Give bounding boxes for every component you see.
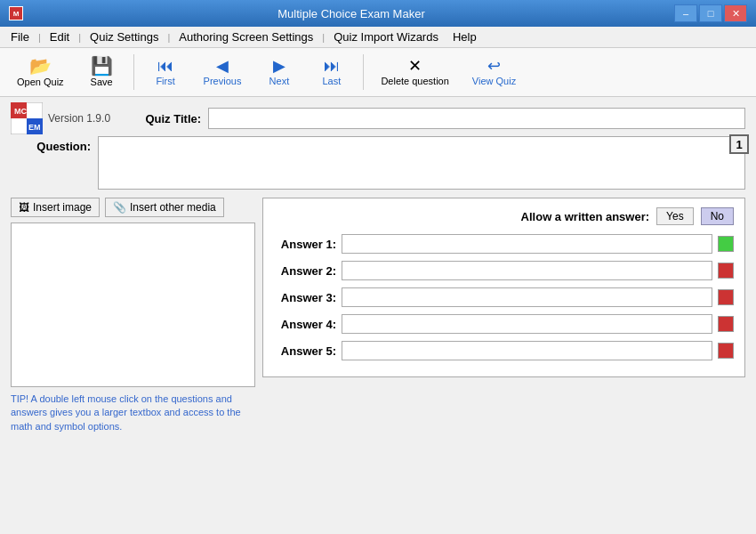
tip-text: TIP! A double left mouse click on the qu…	[11, 392, 255, 433]
menu-sep-2: |	[76, 32, 83, 43]
question-area: 1	[98, 136, 745, 192]
insert-image-label: Insert image	[33, 201, 92, 214]
left-panel: 🖼 Insert image 📎 Insert other media TIP!…	[11, 198, 255, 433]
answer-label-2: Answer 2:	[274, 264, 336, 278]
question-row: Question: 1	[11, 136, 745, 192]
previous-button[interactable]: ◀ Previous	[194, 52, 252, 93]
answer-label-1: Answer 1:	[274, 238, 336, 251]
menu-help[interactable]: Help	[446, 28, 484, 45]
no-button[interactable]: No	[701, 207, 734, 225]
answer-input-1[interactable]	[342, 234, 712, 254]
insert-other-media-icon: 📎	[113, 201, 126, 214]
menu-authoring[interactable]: Authoring Screen Settings	[172, 28, 320, 45]
toolbar: 📂 Open Quiz 💾 Save ⏮ First ◀ Previous ▶ …	[0, 48, 756, 97]
answer-color-1[interactable]	[718, 236, 734, 252]
yes-button[interactable]: Yes	[656, 207, 694, 225]
next-button[interactable]: ▶ Next	[254, 52, 303, 93]
allow-written-row: Allow a written answer: Yes No	[274, 207, 734, 225]
answer-input-5[interactable]	[342, 341, 712, 360]
answer-label-3: Answer 3:	[274, 291, 336, 304]
answer-color-3[interactable]	[718, 289, 734, 305]
first-label: First	[156, 76, 174, 86]
quiz-title-label: Quiz Title:	[121, 112, 201, 125]
answer-row-4: Answer 4:	[274, 314, 734, 334]
save-icon: 💾	[91, 57, 113, 75]
insert-image-icon: 🖼	[19, 201, 29, 214]
answer-row-2: Answer 2:	[274, 261, 734, 280]
close-button[interactable]: ✕	[724, 4, 747, 22]
answer-color-2[interactable]	[718, 263, 734, 279]
answers-container: Answer 1:Answer 2:Answer 3:Answer 4:Answ…	[274, 234, 734, 360]
previous-icon: ◀	[216, 58, 229, 74]
window-controls: – □ ✕	[674, 4, 747, 22]
last-icon: ⏭	[324, 58, 340, 74]
next-label: Next	[269, 76, 290, 86]
view-quiz-icon: ↩	[487, 58, 501, 74]
open-quiz-label: Open Quiz	[17, 77, 64, 87]
open-quiz-button[interactable]: 📂 Open Quiz	[7, 52, 74, 93]
answer-input-2[interactable]	[342, 261, 712, 280]
svg-text:EM: EM	[28, 123, 41, 132]
toolbar-separator-2	[363, 54, 364, 90]
question-section: Question: 1	[0, 136, 756, 198]
minimize-button[interactable]: –	[674, 4, 697, 22]
answers-panel: Allow a written answer: Yes No Answer 1:…	[262, 198, 745, 377]
header-row: MC EM Version 1.9.0 Quiz Title:	[0, 97, 756, 136]
next-icon: ▶	[273, 58, 286, 74]
save-button[interactable]: 💾 Save	[77, 52, 126, 93]
answer-label-5: Answer 5:	[274, 344, 336, 358]
answer-row-3: Answer 3:	[274, 287, 734, 307]
allow-written-label: Allow a written answer:	[521, 210, 649, 223]
question-number: 1	[729, 134, 749, 154]
menu-bar: File | Edit | Quiz Settings | Authoring …	[0, 27, 756, 48]
last-label: Last	[322, 76, 341, 86]
menu-sep-4: |	[320, 32, 326, 43]
answer-input-3[interactable]	[342, 287, 712, 307]
toolbar-separator-1	[133, 54, 134, 90]
answer-row-5: Answer 5:	[274, 341, 734, 360]
menu-edit[interactable]: Edit	[43, 28, 76, 45]
view-quiz-button[interactable]: ↩ View Quiz	[462, 52, 526, 93]
answer-color-5[interactable]	[718, 343, 734, 359]
save-label: Save	[91, 77, 113, 87]
view-quiz-label: View Quiz	[472, 76, 516, 86]
menu-sep-1: |	[36, 32, 43, 43]
answer-color-4[interactable]	[718, 316, 734, 332]
insert-other-media-label: Insert other media	[130, 201, 216, 214]
main-panel: 🖼 Insert image 📎 Insert other media TIP!…	[0, 198, 756, 433]
menu-quiz-settings[interactable]: Quiz Settings	[83, 28, 165, 45]
answer-label-4: Answer 4:	[274, 318, 336, 331]
media-buttons: 🖼 Insert image 📎 Insert other media	[11, 198, 255, 217]
answer-input-4[interactable]	[342, 314, 712, 334]
menu-file[interactable]: File	[4, 28, 36, 45]
question-input[interactable]	[98, 136, 745, 190]
insert-other-media-button[interactable]: 📎 Insert other media	[105, 198, 224, 217]
menu-sep-3: |	[165, 32, 172, 43]
delete-label: Delete question	[381, 76, 448, 86]
svg-text:MC: MC	[14, 107, 27, 116]
question-label: Question:	[11, 136, 91, 153]
version-text: Version 1.9.0	[48, 112, 110, 125]
right-panel: Allow a written answer: Yes No Answer 1:…	[262, 198, 745, 433]
first-icon: ⏮	[157, 58, 173, 74]
maximize-button[interactable]: □	[699, 4, 722, 22]
previous-label: Previous	[204, 76, 242, 86]
app-logo: MC EM	[11, 102, 43, 134]
last-button[interactable]: ⏭ Last	[307, 52, 356, 93]
quiz-title-input[interactable]	[208, 108, 745, 129]
open-quiz-icon: 📂	[29, 57, 52, 75]
quiz-title-row: Quiz Title:	[121, 108, 745, 129]
delete-question-button[interactable]: ✕ Delete question	[371, 52, 458, 93]
delete-icon: ✕	[408, 58, 422, 74]
window-title: Multiple Choice Exam Maker	[28, 7, 674, 20]
first-button[interactable]: ⏮ First	[141, 52, 190, 93]
image-preview-area	[11, 222, 255, 387]
answer-row-1: Answer 1:	[274, 234, 734, 254]
title-bar: M Multiple Choice Exam Maker – □ ✕	[0, 0, 756, 27]
menu-import[interactable]: Quiz Import Wizards	[326, 28, 446, 45]
version-badge: MC EM Version 1.9.0	[11, 102, 110, 134]
app-icon: M	[9, 6, 23, 20]
insert-image-button[interactable]: 🖼 Insert image	[11, 198, 100, 217]
